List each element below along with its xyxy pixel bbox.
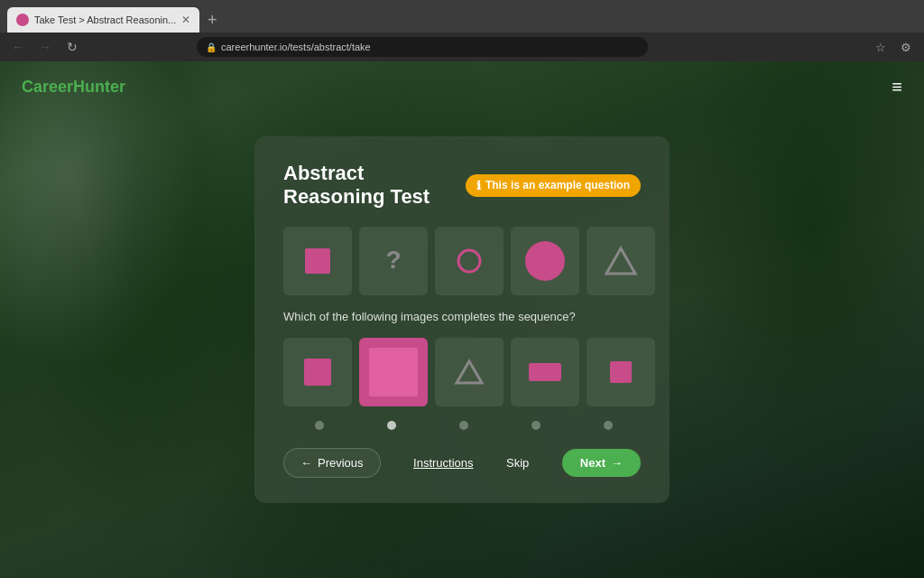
sequence-row: ? — [283, 227, 641, 295]
skip-button[interactable]: Skip — [506, 456, 529, 470]
info-icon: ℹ — [476, 179, 481, 192]
arrow-right-icon: → — [611, 456, 623, 470]
svg-marker-4 — [606, 248, 635, 274]
new-tab-button[interactable]: + — [199, 7, 225, 33]
example-badge: ℹ This is an example question — [466, 174, 641, 197]
answer-cell-5[interactable] — [587, 338, 655, 406]
next-button[interactable]: Next → — [562, 449, 641, 477]
logo-hunter: Hunter — [73, 78, 125, 96]
browser-chrome: Take Test > Abstract Reasonin... ✕ + ← →… — [0, 0, 924, 61]
navbar: CareerHunter ≡ — [0, 61, 924, 112]
dot-1 — [315, 421, 324, 430]
reload-button[interactable]: ↻ — [61, 36, 83, 58]
url-text: careerhunter.io/tests/abstract/take — [221, 42, 371, 52]
forward-button[interactable]: → — [34, 36, 56, 58]
svg-marker-7 — [457, 361, 482, 383]
tab-bar: Take Test > Abstract Reasonin... ✕ + — [0, 0, 924, 33]
sequence-cell-2: ? — [359, 227, 428, 295]
card-wrapper: Abstract Reasoning Test ℹ This is an exa… — [0, 61, 924, 578]
previous-button[interactable]: ← Previous — [283, 448, 381, 478]
answer-cell-4[interactable] — [511, 338, 579, 406]
answer-cell-1[interactable] — [283, 338, 352, 406]
svg-point-2 — [458, 250, 480, 272]
logo: CareerHunter — [22, 78, 125, 97]
sequence-cell-4 — [511, 227, 579, 295]
address-bar: ← → ↻ 🔒 careerhunter.io/tests/abstract/t… — [0, 33, 924, 61]
svg-point-3 — [525, 241, 565, 281]
svg-rect-6 — [369, 348, 418, 396]
browser-actions: ☆ ⚙ — [870, 36, 917, 58]
dot-3 — [459, 421, 468, 430]
radio-dot-2[interactable] — [359, 421, 424, 430]
example-badge-text: This is an example question — [485, 179, 630, 191]
test-card: Abstract Reasoning Test ℹ This is an exa… — [254, 136, 670, 503]
skip-label: Skip — [506, 456, 529, 470]
instructions-label: Instructions — [413, 456, 473, 470]
next-label: Next — [580, 456, 605, 470]
active-tab[interactable]: Take Test > Abstract Reasonin... ✕ — [7, 7, 199, 33]
url-bar[interactable]: 🔒 careerhunter.io/tests/abstract/take — [197, 37, 648, 57]
tab-title: Take Test > Abstract Reasonin... — [34, 14, 176, 25]
dot-2 — [387, 421, 396, 430]
menu-icon[interactable]: ≡ — [892, 77, 902, 98]
card-footer: ← Previous Instructions Skip Next → — [283, 448, 641, 478]
sequence-cell-5 — [587, 227, 655, 295]
card-header: Abstract Reasoning Test ℹ This is an exa… — [283, 162, 641, 209]
svg-text:?: ? — [385, 246, 401, 274]
radio-dots — [283, 421, 641, 430]
question-text: Which of the following images completes … — [283, 310, 641, 323]
svg-rect-0 — [305, 248, 330, 274]
svg-rect-9 — [610, 361, 632, 383]
logo-career: Career — [22, 78, 73, 96]
extensions-icon[interactable]: ⚙ — [895, 36, 917, 58]
dot-5 — [604, 421, 613, 430]
radio-dot-3[interactable] — [431, 421, 496, 430]
radio-dot-5[interactable] — [576, 421, 641, 430]
radio-dot-1[interactable] — [287, 421, 352, 430]
instructions-button[interactable]: Instructions — [413, 456, 473, 470]
sequence-cell-1 — [283, 227, 352, 295]
bookmark-icon[interactable]: ☆ — [870, 36, 892, 58]
tab-favicon — [16, 14, 29, 26]
answer-cell-3[interactable] — [435, 338, 504, 406]
radio-dot-4[interactable] — [504, 421, 568, 430]
lock-icon: 🔒 — [206, 42, 217, 52]
back-button[interactable]: ← — [7, 36, 29, 58]
card-title: Abstract Reasoning Test — [283, 162, 451, 209]
previous-label: Previous — [318, 456, 364, 470]
svg-rect-8 — [529, 363, 561, 381]
answer-cell-2[interactable] — [359, 338, 428, 406]
svg-rect-5 — [304, 359, 331, 386]
arrow-left-icon: ← — [300, 456, 312, 470]
answer-row — [283, 338, 641, 406]
sequence-cell-3 — [435, 227, 504, 295]
dot-4 — [531, 421, 541, 430]
tab-close-button[interactable]: ✕ — [181, 14, 190, 26]
